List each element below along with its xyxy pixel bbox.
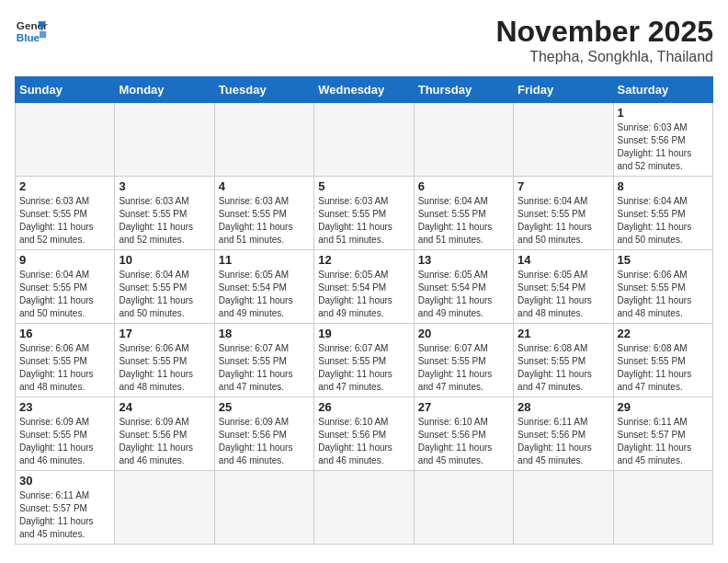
- day-number: 16: [19, 327, 110, 340]
- day-number: 22: [618, 327, 709, 340]
- day-info: Sunrise: 6:03 AMSunset: 5:55 PMDaylight:…: [19, 195, 110, 247]
- month-title: November 2025: [495, 15, 713, 49]
- day-info: Sunrise: 6:04 AMSunset: 5:55 PMDaylight:…: [518, 195, 609, 247]
- weekday-header-monday: Monday: [115, 77, 214, 103]
- day-info: Sunrise: 6:05 AMSunset: 5:54 PMDaylight:…: [518, 269, 609, 320]
- day-info: Sunrise: 6:07 AMSunset: 5:55 PMDaylight:…: [418, 342, 509, 394]
- day-number: 15: [618, 253, 709, 267]
- calendar-cell: [115, 471, 214, 545]
- calendar-cell: 30Sunrise: 6:11 AMSunset: 5:57 PMDayligh…: [16, 471, 115, 545]
- day-number: 1: [618, 106, 709, 120]
- day-info: Sunrise: 6:09 AMSunset: 5:56 PMDaylight:…: [219, 416, 310, 467]
- calendar-cell: 29Sunrise: 6:11 AMSunset: 5:57 PMDayligh…: [613, 397, 712, 471]
- day-info: Sunrise: 6:07 AMSunset: 5:55 PMDaylight:…: [219, 342, 310, 394]
- day-info: Sunrise: 6:06 AMSunset: 5:55 PMDaylight:…: [19, 342, 110, 394]
- day-number: 8: [618, 179, 709, 193]
- day-number: 11: [219, 253, 310, 267]
- day-number: 26: [318, 400, 409, 414]
- day-info: Sunrise: 6:03 AMSunset: 5:55 PMDaylight:…: [219, 195, 310, 247]
- calendar-cell: [16, 103, 115, 177]
- calendar-cell: 12Sunrise: 6:05 AMSunset: 5:54 PMDayligh…: [314, 250, 414, 324]
- day-info: Sunrise: 6:05 AMSunset: 5:54 PMDaylight:…: [318, 269, 409, 320]
- day-number: 5: [318, 179, 409, 193]
- day-info: Sunrise: 6:07 AMSunset: 5:55 PMDaylight:…: [318, 342, 409, 394]
- calendar-week-3: 9Sunrise: 6:04 AMSunset: 5:55 PMDaylight…: [16, 250, 713, 324]
- calendar-cell: 2Sunrise: 6:03 AMSunset: 5:55 PMDaylight…: [16, 177, 115, 250]
- day-info: Sunrise: 6:06 AMSunset: 5:55 PMDaylight:…: [618, 269, 709, 320]
- calendar-cell: 21Sunrise: 6:08 AMSunset: 5:55 PMDayligh…: [514, 324, 613, 397]
- calendar-cell: 23Sunrise: 6:09 AMSunset: 5:55 PMDayligh…: [16, 397, 115, 471]
- calendar-cell: 15Sunrise: 6:06 AMSunset: 5:55 PMDayligh…: [613, 250, 712, 324]
- day-info: Sunrise: 6:06 AMSunset: 5:55 PMDaylight:…: [119, 342, 210, 394]
- day-info: Sunrise: 6:04 AMSunset: 5:55 PMDaylight:…: [618, 195, 709, 247]
- weekday-header-tuesday: Tuesday: [214, 77, 313, 103]
- calendar-cell: 5Sunrise: 6:03 AMSunset: 5:55 PMDaylight…: [314, 177, 414, 250]
- day-info: Sunrise: 6:10 AMSunset: 5:56 PMDaylight:…: [318, 416, 409, 467]
- weekday-header-row: SundayMondayTuesdayWednesdayThursdayFrid…: [16, 77, 713, 103]
- day-number: 9: [19, 253, 110, 267]
- title-area: November 2025 Thepha, Songkhla, Thailand: [495, 15, 713, 65]
- calendar-cell: 27Sunrise: 6:10 AMSunset: 5:56 PMDayligh…: [414, 397, 513, 471]
- day-number: 7: [518, 179, 609, 193]
- calendar-cell: 19Sunrise: 6:07 AMSunset: 5:55 PMDayligh…: [314, 324, 414, 397]
- day-number: 3: [119, 179, 210, 193]
- calendar-cell: 9Sunrise: 6:04 AMSunset: 5:55 PMDaylight…: [16, 250, 115, 324]
- calendar-cell: 24Sunrise: 6:09 AMSunset: 5:56 PMDayligh…: [115, 397, 214, 471]
- day-number: 23: [19, 400, 110, 414]
- day-number: 25: [219, 400, 310, 414]
- calendar-week-2: 2Sunrise: 6:03 AMSunset: 5:55 PMDaylight…: [16, 177, 713, 250]
- day-number: 4: [219, 179, 310, 193]
- day-number: 17: [119, 327, 210, 340]
- calendar-cell: [414, 471, 513, 545]
- calendar-cell: [115, 103, 214, 177]
- calendar-cell: [214, 103, 313, 177]
- logo: General Blue: [15, 15, 48, 48]
- calendar-cell: 4Sunrise: 6:03 AMSunset: 5:55 PMDaylight…: [214, 177, 313, 250]
- calendar-cell: [414, 103, 513, 177]
- calendar-cell: 26Sunrise: 6:10 AMSunset: 5:56 PMDayligh…: [314, 397, 414, 471]
- day-number: 27: [418, 400, 509, 414]
- calendar-cell: 1Sunrise: 6:03 AMSunset: 5:56 PMDaylight…: [613, 103, 712, 177]
- day-number: 30: [19, 474, 110, 488]
- weekday-header-thursday: Thursday: [414, 77, 513, 103]
- day-info: Sunrise: 6:11 AMSunset: 5:56 PMDaylight:…: [518, 416, 609, 467]
- calendar-cell: 3Sunrise: 6:03 AMSunset: 5:55 PMDaylight…: [115, 177, 214, 250]
- day-number: 19: [318, 327, 409, 340]
- day-number: 20: [418, 327, 509, 340]
- header: General Blue November 2025 Thepha, Songk…: [15, 15, 713, 65]
- location-title: Thepha, Songkhla, Thailand: [495, 49, 713, 65]
- calendar-cell: [214, 471, 313, 545]
- calendar-cell: 10Sunrise: 6:04 AMSunset: 5:55 PMDayligh…: [115, 250, 214, 324]
- weekday-header-saturday: Saturday: [613, 77, 712, 103]
- weekday-header-sunday: Sunday: [16, 77, 115, 103]
- day-number: 18: [219, 327, 310, 340]
- calendar-week-6: 30Sunrise: 6:11 AMSunset: 5:57 PMDayligh…: [16, 471, 713, 545]
- svg-text:Blue: Blue: [17, 31, 40, 43]
- calendar-cell: 25Sunrise: 6:09 AMSunset: 5:56 PMDayligh…: [214, 397, 313, 471]
- day-number: 28: [518, 400, 609, 414]
- calendar-cell: 18Sunrise: 6:07 AMSunset: 5:55 PMDayligh…: [214, 324, 313, 397]
- calendar-cell: [314, 103, 414, 177]
- calendar-cell: 13Sunrise: 6:05 AMSunset: 5:54 PMDayligh…: [414, 250, 513, 324]
- day-info: Sunrise: 6:05 AMSunset: 5:54 PMDaylight:…: [418, 269, 509, 320]
- day-number: 2: [19, 179, 110, 193]
- day-number: 10: [119, 253, 210, 267]
- day-info: Sunrise: 6:03 AMSunset: 5:55 PMDaylight:…: [318, 195, 409, 247]
- calendar-cell: 20Sunrise: 6:07 AMSunset: 5:55 PMDayligh…: [414, 324, 513, 397]
- day-info: Sunrise: 6:09 AMSunset: 5:55 PMDaylight:…: [19, 416, 110, 467]
- day-info: Sunrise: 6:03 AMSunset: 5:55 PMDaylight:…: [119, 195, 210, 247]
- calendar-cell: 14Sunrise: 6:05 AMSunset: 5:54 PMDayligh…: [514, 250, 613, 324]
- day-info: Sunrise: 6:04 AMSunset: 5:55 PMDaylight:…: [119, 269, 210, 320]
- day-info: Sunrise: 6:11 AMSunset: 5:57 PMDaylight:…: [19, 489, 110, 541]
- calendar-cell: [314, 471, 414, 545]
- day-info: Sunrise: 6:09 AMSunset: 5:56 PMDaylight:…: [119, 416, 210, 467]
- calendar-week-1: 1Sunrise: 6:03 AMSunset: 5:56 PMDaylight…: [16, 103, 713, 177]
- calendar-cell: 7Sunrise: 6:04 AMSunset: 5:55 PMDaylight…: [514, 177, 613, 250]
- calendar-cell: 11Sunrise: 6:05 AMSunset: 5:54 PMDayligh…: [214, 250, 313, 324]
- weekday-header-friday: Friday: [514, 77, 613, 103]
- day-number: 21: [518, 327, 609, 340]
- calendar-week-5: 23Sunrise: 6:09 AMSunset: 5:55 PMDayligh…: [16, 397, 713, 471]
- day-info: Sunrise: 6:04 AMSunset: 5:55 PMDaylight:…: [19, 269, 110, 320]
- calendar-cell: [514, 103, 613, 177]
- day-info: Sunrise: 6:04 AMSunset: 5:55 PMDaylight:…: [418, 195, 509, 247]
